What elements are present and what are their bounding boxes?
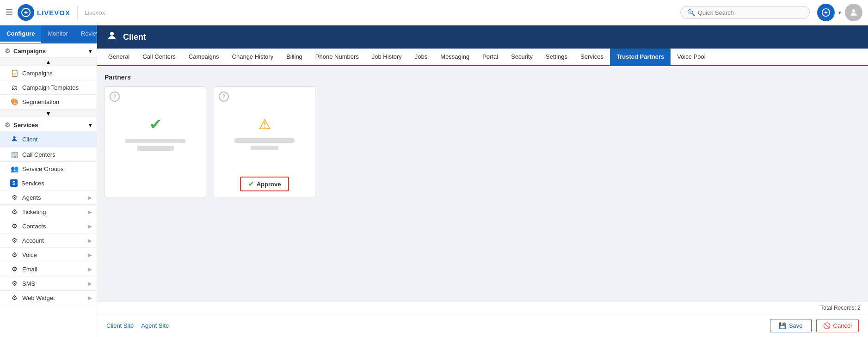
sidebar-item-services[interactable]: S Services: [0, 176, 97, 190]
tab-settings[interactable]: Settings: [539, 49, 574, 66]
tab-review[interactable]: Review: [74, 25, 97, 43]
approve-check-icon: ✔: [248, 180, 254, 188]
save-icon: 💾: [779, 322, 786, 329]
email-icon: ⚙: [10, 265, 18, 273]
call-centers-icon: 🏢: [10, 151, 18, 158]
sidebar-item-campaigns[interactable]: 📋 Campaigns: [0, 66, 97, 80]
partner-2-status-icon: ⚠: [259, 116, 271, 133]
approve-button[interactable]: ✔ Approve: [240, 177, 289, 191]
tab-configure[interactable]: Configure: [0, 25, 41, 43]
tab-monitor[interactable]: Monitor: [41, 25, 74, 43]
services-section-title: ⚙ Services: [5, 121, 38, 129]
approve-btn-label: Approve: [257, 181, 281, 188]
partners-grid: ? ✔ ? ⚠ ✔ Approve: [105, 86, 861, 197]
svg-point-2: [852, 9, 856, 12]
partner-1-name-bar2: [137, 146, 174, 151]
partner-1-name-bar1: [125, 139, 185, 143]
search-icon: 🔍: [687, 9, 695, 16]
tab-portal[interactable]: Portal: [476, 49, 505, 66]
sidebar-item-campaign-templates[interactable]: 🗂 Campaign Templates: [0, 80, 97, 95]
partner-2-name-bar2: [251, 146, 278, 150]
cancel-button[interactable]: 🚫 Cancel: [816, 319, 859, 332]
sidebar-item-service-groups[interactable]: 👥 Service Groups: [0, 162, 97, 176]
account-arrow: ▶: [88, 238, 92, 243]
services-icon: S: [10, 179, 18, 187]
main-layout: Configure Monitor Review ⚙ Campaigns ▾ ▲…: [0, 25, 868, 337]
sidebar-item-agents[interactable]: ⚙ Agents ▶: [0, 190, 97, 205]
web-widget-icon: ⚙: [10, 294, 18, 301]
save-button[interactable]: 💾 Save: [770, 319, 812, 332]
campaign-templates-icon: 🗂: [10, 84, 18, 91]
tab-phone-numbers[interactable]: Phone Numbers: [309, 49, 365, 66]
page-header: Client: [97, 25, 868, 49]
cancel-label: Cancel: [833, 322, 852, 329]
livevox-avatar[interactable]: [817, 4, 835, 21]
tab-jobs[interactable]: Jobs: [408, 49, 434, 66]
tab-campaigns[interactable]: Campaigns: [182, 49, 226, 66]
avatar-chevron[interactable]: ▾: [838, 10, 841, 16]
sidebar-item-client[interactable]: Client: [0, 132, 97, 147]
sidebar-item-ticketing[interactable]: ⚙ Ticketing ▶: [0, 205, 97, 219]
service-groups-icon: 👥: [10, 165, 18, 172]
sidebar-item-account[interactable]: ⚙ Account ▶: [0, 233, 97, 248]
tab-voice-pool[interactable]: Voice Pool: [671, 49, 712, 66]
web-widget-arrow: ▶: [88, 295, 92, 300]
sidebar-item-contacts[interactable]: ⚙ Contacts ▶: [0, 219, 97, 233]
user-avatar[interactable]: [845, 4, 862, 21]
client-name: Livevox: [85, 9, 105, 16]
partners-label: Partners: [105, 74, 861, 81]
client-icon: [10, 135, 18, 144]
campaigns-section-title: ⚙ Campaigns: [5, 47, 46, 55]
tab-security[interactable]: Security: [505, 49, 539, 66]
tab-call-centers[interactable]: Call Centers: [136, 49, 182, 66]
ticketing-icon: ⚙: [10, 208, 18, 215]
sidebar-item-segmentation[interactable]: 🎨 Segmentation: [0, 95, 97, 109]
account-icon: ⚙: [10, 237, 18, 244]
partner-2-help-icon[interactable]: ?: [219, 92, 229, 102]
menu-icon[interactable]: ☰: [6, 7, 13, 18]
contacts-icon: ⚙: [10, 222, 18, 230]
tab-trusted-partners[interactable]: Trusted Partners: [610, 49, 671, 66]
topbar-actions: ▾: [817, 4, 862, 21]
tab-change-history[interactable]: Change History: [226, 49, 280, 66]
agents-icon: ⚙: [10, 194, 18, 201]
agents-arrow: ▶: [88, 195, 92, 200]
email-arrow: ▶: [88, 267, 92, 272]
tab-messaging[interactable]: Messaging: [434, 49, 476, 66]
tab-services[interactable]: Services: [574, 49, 610, 66]
client-site-link[interactable]: Client Site: [106, 322, 134, 329]
partner-card-2: ? ⚠ ✔ Approve: [214, 86, 315, 197]
voice-icon: ⚙: [10, 251, 18, 258]
sidebar-scroll: ⚙ Campaigns ▾ ▲ 📋 Campaigns 🗂 Campaign T…: [0, 43, 97, 337]
nav-tabs: Configure Monitor Review: [0, 25, 97, 43]
sms-icon: ⚙: [10, 280, 18, 287]
sidebar: Configure Monitor Review ⚙ Campaigns ▾ ▲…: [0, 25, 97, 337]
sidebar-item-web-widget[interactable]: ⚙ Web Widget ▶: [0, 291, 97, 305]
page-footer: Client Site Agent Site 💾 Save 🚫 Cancel: [97, 314, 868, 337]
sidebar-section-services[interactable]: ⚙ Services ▾: [0, 117, 97, 132]
footer-buttons: 💾 Save 🚫 Cancel: [770, 319, 859, 332]
sidebar-item-call-centers[interactable]: 🏢 Call Centers: [0, 147, 97, 162]
footer-links: Client Site Agent Site: [106, 322, 169, 329]
search-input[interactable]: [698, 9, 803, 16]
agent-site-link[interactable]: Agent Site: [141, 322, 169, 329]
campaigns-section-scroll-down[interactable]: ▼: [0, 109, 97, 117]
sidebar-item-voice[interactable]: ⚙ Voice ▶: [0, 248, 97, 262]
sms-arrow: ▶: [88, 281, 92, 286]
sidebar-section-campaigns[interactable]: ⚙ Campaigns ▾: [0, 43, 97, 58]
partner-1-help-icon[interactable]: ?: [110, 92, 120, 102]
sidebar-item-sms[interactable]: ⚙ SMS ▶: [0, 276, 97, 291]
services-gear-icon: ⚙: [5, 121, 11, 129]
logo-text: LIVEVOX: [37, 9, 70, 17]
sidebar-item-email[interactable]: ⚙ Email ▶: [0, 262, 97, 276]
contacts-arrow: ▶: [88, 224, 92, 229]
partner-card-1: ? ✔: [105, 86, 206, 197]
tab-billing[interactable]: Billing: [280, 49, 309, 66]
search-bar[interactable]: 🔍: [680, 6, 810, 19]
svg-point-3: [13, 136, 15, 139]
logo-circle: [18, 4, 34, 21]
tab-job-history[interactable]: Job History: [365, 49, 408, 66]
cancel-icon: 🚫: [823, 322, 831, 329]
campaigns-section-scroll-up[interactable]: ▲: [0, 58, 97, 66]
tab-general[interactable]: General: [102, 49, 136, 66]
